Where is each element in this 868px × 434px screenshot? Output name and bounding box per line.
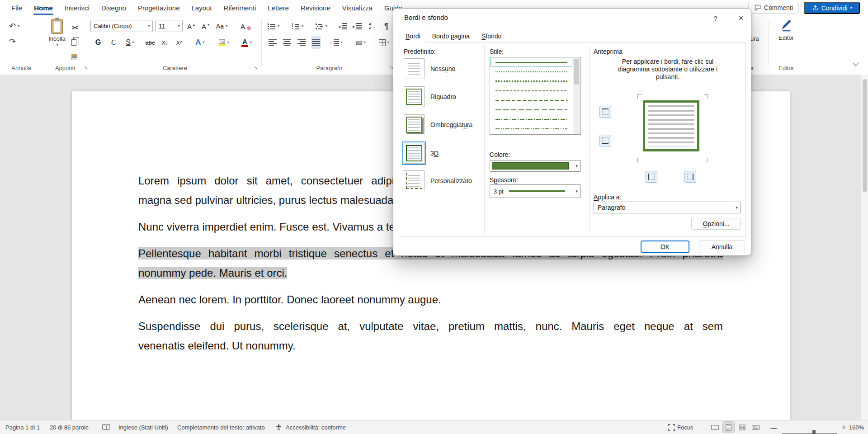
decrease-indent-button[interactable]: ◂ (338, 20, 347, 33)
zoom-in-button[interactable]: + (842, 420, 846, 434)
line-spacing-button[interactable]: ↕▾ (327, 36, 344, 49)
preset-custom[interactable]: Personalizzato (404, 170, 483, 191)
font-color-button[interactable]: A ▾ (237, 36, 256, 49)
tab-inserisci[interactable]: Inserisci (59, 0, 95, 15)
tab-progettazione[interactable]: Progettazione (132, 0, 186, 15)
ok-button[interactable]: OK (641, 241, 689, 253)
editor-button[interactable]: Editor (770, 17, 802, 56)
shrink-font-button[interactable]: A▾ (202, 20, 209, 33)
border-color-dropdown[interactable]: ▾ (490, 160, 581, 172)
font-dialog-launcher[interactable]: ↘ (254, 65, 258, 71)
clipboard-dialog-launcher[interactable]: ↘ (84, 65, 88, 71)
share-button[interactable]: Condividi ▾ (804, 2, 860, 14)
scrollbar-thumb[interactable] (574, 59, 579, 85)
vertical-scrollbar[interactable] (861, 75, 868, 420)
border-style-list[interactable] (490, 57, 581, 135)
dialog-help-button[interactable]: ? (710, 13, 722, 24)
document-line[interactable]: Suspendisse dui purus, scelerisque at, v… (138, 316, 723, 336)
text-prediction-status[interactable]: Completamento del testo: attivato (177, 420, 265, 434)
options-button[interactable]: Opzioni... (691, 218, 741, 230)
keyboard-icon[interactable] (750, 422, 761, 433)
highlight-color-button[interactable]: ▾ (214, 36, 233, 49)
accessibility-icon[interactable] (276, 420, 282, 434)
justify-button[interactable] (312, 36, 320, 49)
style-option-solid[interactable] (490, 57, 573, 67)
tab-sfondo[interactable]: Sfondo (476, 30, 507, 43)
top-border-toggle-button[interactable] (599, 106, 611, 118)
align-left-button[interactable] (269, 36, 277, 49)
show-formatting-button[interactable]: ¶ (384, 20, 389, 33)
proofing-book-icon[interactable] (102, 420, 110, 434)
read-mode-button[interactable] (709, 422, 721, 433)
preset-box[interactable]: Riquadro (404, 86, 483, 107)
style-option-dash-large[interactable] (490, 105, 573, 114)
tab-riferimenti[interactable]: Riferimenti (218, 0, 262, 15)
language-status[interactable]: Inglese (Stati Uniti) (118, 420, 168, 434)
bullets-button[interactable]: ▾ (268, 20, 279, 33)
focus-button[interactable]: Focus (668, 420, 693, 434)
tab-bordi[interactable]: Bordi (400, 30, 426, 43)
undo-button[interactable]: ↶ ▾ (9, 20, 19, 33)
preset-shadow[interactable]: Ombreggiatura (404, 114, 483, 135)
tab-visualizza[interactable]: Visualizza (336, 0, 378, 15)
word-count[interactable]: 20 di 86 parole (50, 420, 89, 434)
style-option-dash-small[interactable] (490, 86, 573, 95)
copy-button[interactable] (71, 36, 76, 49)
tab-file[interactable]: File (5, 0, 28, 15)
tab-revisione[interactable]: Revisione (295, 0, 336, 15)
shading-button[interactable]: ▾ (352, 36, 370, 49)
zoom-slider-thumb[interactable] (812, 430, 816, 434)
clear-formatting-button[interactable]: A (241, 20, 250, 33)
border-width-dropdown[interactable]: 3 pt ▾ (490, 184, 581, 198)
cut-button[interactable] (71, 21, 79, 33)
page-count[interactable]: Pagina 1 di 1 (5, 420, 40, 434)
preview-border-rect[interactable] (643, 100, 699, 151)
document-line[interactable]: venenatis eleifend. Ut nonummy. (138, 336, 723, 355)
print-layout-button[interactable] (722, 422, 734, 433)
tab-home[interactable]: Home (28, 0, 59, 15)
zoom-out-button[interactable]: — (770, 420, 777, 434)
tab-layout[interactable]: Layout (186, 0, 218, 15)
style-option-dash-dot-dot[interactable] (490, 124, 573, 133)
preset-3d[interactable]: 3D (404, 143, 483, 164)
document-line-selected[interactable]: nonummy pede. Mauris et orci. (138, 263, 723, 283)
zoom-level[interactable]: 160% (849, 420, 864, 434)
preview-diagram[interactable] (629, 92, 712, 161)
change-case-button[interactable]: Aa▾ (216, 20, 227, 33)
superscript-button[interactable]: X² (173, 36, 185, 49)
redo-button[interactable]: ↷ (9, 35, 16, 48)
accessibility-status[interactable]: Accessibilità: conforme (286, 420, 346, 434)
collapse-ribbon-chevron-icon[interactable] (853, 60, 859, 66)
left-border-toggle-button[interactable] (646, 171, 657, 183)
paste-button[interactable]: Incolla ▾ (44, 17, 70, 59)
preset-none[interactable]: Nessuno (404, 58, 483, 79)
text-effects-button[interactable]: A▾ (191, 36, 209, 49)
tab-disegno[interactable]: Disegno (95, 0, 132, 15)
style-list-scrollbar[interactable] (573, 58, 580, 134)
scrollbar-thumb[interactable] (863, 79, 867, 192)
right-border-toggle-button[interactable] (684, 171, 696, 183)
bold-button[interactable]: G (92, 36, 104, 49)
align-center-button[interactable] (283, 36, 291, 49)
multilevel-list-button[interactable]: ▾ (316, 20, 327, 33)
style-option-dotted[interactable] (490, 76, 573, 86)
style-option-dash[interactable] (490, 95, 573, 105)
web-layout-button[interactable] (736, 422, 748, 433)
align-right-button[interactable] (297, 36, 306, 49)
bottom-border-toggle-button[interactable] (599, 135, 611, 146)
tab-lettere[interactable]: Lettere (262, 0, 295, 15)
italic-button[interactable]: C (108, 36, 119, 49)
font-name-combo[interactable]: Calibri (Corpo) ▾ (90, 20, 153, 32)
strikethrough-button[interactable]: abc (143, 36, 157, 49)
style-option-dash-dot[interactable] (490, 114, 573, 124)
grow-font-button[interactable]: A▴ (187, 20, 195, 33)
dialog-close-button[interactable]: × (735, 13, 747, 24)
borders-button[interactable]: ▾ (375, 36, 392, 49)
apply-to-dropdown[interactable]: Paragrafo ▾ (594, 202, 741, 213)
tab-bordo-pagina[interactable]: Bordo pagina (426, 30, 476, 43)
font-size-combo[interactable]: 11 ▾ (156, 20, 183, 32)
sort-button[interactable]: AZ↓ (369, 20, 375, 33)
cancel-button[interactable]: Annulla (699, 241, 745, 253)
comments-button[interactable]: Commenti (748, 2, 799, 14)
subscript-button[interactable]: X₂ (158, 36, 171, 49)
